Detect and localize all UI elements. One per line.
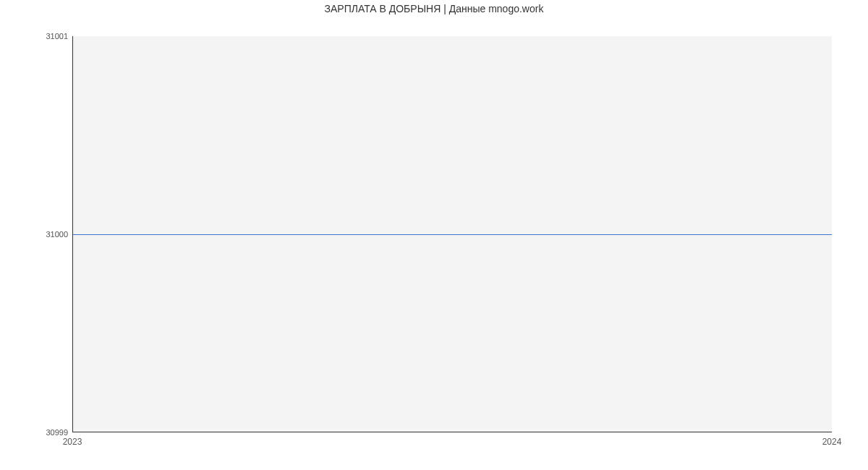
salary-series-line (73, 234, 832, 235)
plot-area (72, 36, 832, 432)
y-tick-label: 30999 (3, 428, 68, 437)
chart-title: ЗАРПЛАТА В ДОБРЫНЯ | Данные mnogo.work (0, 3, 868, 14)
salary-chart: ЗАРПЛАТА В ДОБРЫНЯ | Данные mnogo.work 3… (0, 0, 868, 470)
y-tick-label: 31001 (3, 32, 68, 40)
y-tick-label: 31000 (3, 230, 68, 239)
x-tick-label: 2023 (63, 437, 82, 447)
x-tick-label: 2024 (822, 437, 842, 447)
